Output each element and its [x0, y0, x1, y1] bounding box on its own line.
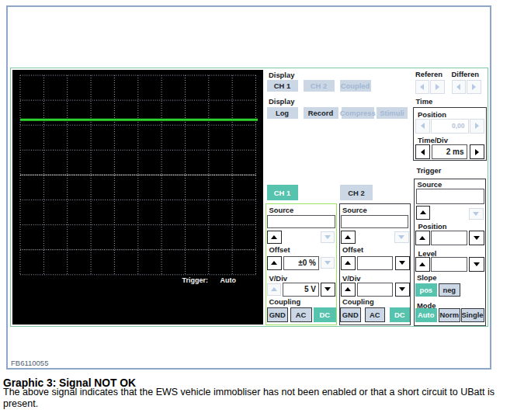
svg-text:Trigger:: Trigger:: [182, 276, 209, 284]
svg-text:Auto: Auto: [220, 276, 237, 284]
